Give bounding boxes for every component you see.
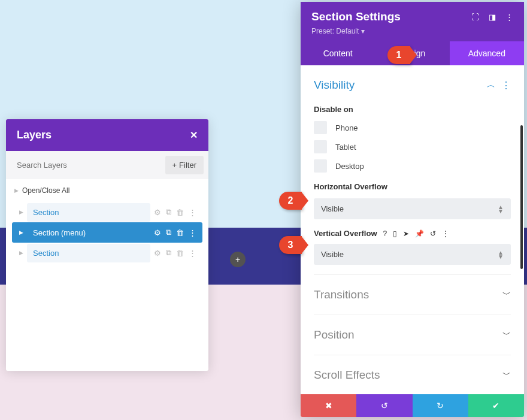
reset-icon[interactable]: ↺	[430, 229, 436, 238]
vertical-overflow-group: Vertical Overflow ? ▯ ➤ 📌 ↺ ⋮ Visible ▲▼	[314, 229, 511, 265]
layer-row[interactable]: ▶ Section ⚙ ⧉ 🗑 ⋮	[12, 243, 202, 263]
chevron-down-icon: ﹀	[502, 370, 511, 380]
trash-icon[interactable]: 🗑	[176, 228, 184, 237]
disable-tablet-row[interactable]: Tablet	[314, 140, 511, 153]
tablet-label: Tablet	[335, 143, 356, 152]
horizontal-overflow-group: Horizontal Overflow Visible ▲▼	[314, 182, 511, 219]
callout-1: 1	[387, 46, 410, 64]
settings-title: Section Settings	[311, 10, 401, 23]
duplicate-icon[interactable]: ⧉	[166, 207, 171, 217]
checkbox[interactable]	[314, 121, 327, 134]
layer-row[interactable]: ▶ Section (menu) ⚙ ⧉ 🗑 ⋮	[12, 222, 202, 243]
callout-3: 3	[279, 236, 302, 254]
dock-icon[interactable]: ◨	[489, 13, 496, 22]
preset-label: Preset: Default	[311, 27, 359, 35]
layers-panel: Layers ✕ + Filter ▶ Open/Close All ▶ Sec…	[6, 119, 208, 371]
tab-content[interactable]: Content	[301, 41, 375, 65]
more-icon[interactable]: ⋮	[189, 228, 196, 237]
redo-icon: ↻	[437, 401, 444, 410]
duplicate-icon[interactable]: ⧉	[166, 228, 171, 237]
layer-row[interactable]: ▶ Section ⚙ ⧉ 🗑 ⋮	[12, 202, 202, 222]
duplicate-icon[interactable]: ⧉	[166, 248, 171, 258]
redo-button[interactable]: ↻	[413, 394, 468, 417]
trash-icon[interactable]: 🗑	[176, 249, 184, 258]
select-arrows-icon: ▲▼	[498, 205, 504, 213]
disable-desktop-row[interactable]: Desktop	[314, 159, 511, 173]
horizontal-overflow-select[interactable]: Visible ▲▼	[314, 198, 511, 219]
vertical-overflow-select[interactable]: Visible ▲▼	[314, 244, 511, 265]
layer-actions: ⚙ ⧉ 🗑 ⋮	[154, 207, 196, 217]
trash-icon[interactable]: 🗑	[176, 208, 184, 217]
gear-icon[interactable]: ⚙	[154, 228, 161, 237]
more-icon[interactable]: ⋮	[501, 80, 511, 91]
more-icon[interactable]: ⋮	[189, 208, 196, 217]
close-icon[interactable]: ✕	[190, 129, 198, 141]
layers-header: Layers ✕	[6, 119, 208, 151]
undo-icon: ↺	[381, 401, 388, 410]
expand-icon[interactable]: ⛶	[471, 13, 479, 22]
transitions-title: Transitions	[314, 288, 369, 301]
close-icon: ✖	[325, 401, 332, 410]
add-section-button[interactable]: +	[230, 252, 246, 267]
discard-button[interactable]: ✖	[301, 394, 356, 417]
chevron-right-icon: ▶	[14, 188, 19, 194]
filter-button[interactable]: + Filter	[165, 156, 204, 174]
layer-actions: ⚙ ⧉ 🗑 ⋮	[154, 248, 196, 258]
tab-advanced[interactable]: Advanced	[450, 41, 524, 65]
checkbox[interactable]	[314, 140, 327, 153]
chevron-down-icon: ﹀	[502, 330, 511, 340]
settings-body: Visibility ︿ ⋮ Disable on Phone Tablet D…	[301, 65, 524, 394]
layers-title: Layers	[17, 129, 52, 141]
transitions-section-header[interactable]: Transitions ﹀	[314, 274, 511, 315]
scroll-effects-title: Scroll Effects	[314, 368, 380, 382]
scroll-effects-section-header[interactable]: Scroll Effects ﹀	[314, 355, 511, 394]
more-icon[interactable]: ⋮	[189, 249, 196, 258]
plus-icon: +	[172, 161, 177, 170]
chevron-up-icon: ︿	[487, 80, 495, 90]
layer-actions: ⚙ ⧉ 🗑 ⋮	[154, 228, 196, 237]
check-icon: ✔	[492, 401, 499, 410]
settings-footer: ✖ ↺ ↻ ✔	[301, 394, 524, 417]
layer-label: Section	[27, 244, 150, 262]
position-section-header[interactable]: Position ﹀	[314, 315, 511, 355]
phone-label: Phone	[335, 123, 358, 132]
disable-on-group: Disable on Phone Tablet Desktop	[314, 105, 511, 173]
visibility-section-header[interactable]: Visibility ︿ ⋮	[314, 65, 511, 105]
chevron-right-icon: ▶	[19, 250, 23, 256]
field-option-icons: ? ▯ ➤ 📌 ↺ ⋮	[383, 229, 450, 238]
pin-icon[interactable]: 📌	[415, 229, 424, 238]
visibility-title: Visibility	[314, 78, 355, 92]
select-value: Visible	[321, 250, 344, 259]
help-icon[interactable]: ?	[383, 229, 387, 238]
phone-icon[interactable]: ▯	[393, 229, 397, 238]
hover-icon[interactable]: ➤	[403, 229, 409, 238]
horizontal-overflow-label: Horizontal Overflow	[314, 182, 511, 191]
chevron-right-icon: ▶	[19, 229, 23, 235]
header-icons: ⛶ ◨ ⋮	[471, 13, 513, 22]
chevron-down-icon: ﹀	[502, 289, 511, 300]
disable-on-label: Disable on	[314, 105, 511, 114]
chevron-down-icon: ▾	[361, 27, 365, 35]
select-value: Visible	[321, 204, 344, 213]
select-arrows-icon: ▲▼	[498, 250, 504, 259]
layer-label: Section	[27, 203, 150, 222]
disable-phone-row[interactable]: Phone	[314, 121, 511, 134]
vertical-overflow-label: Vertical Overflow	[314, 229, 377, 238]
position-title: Position	[314, 328, 355, 342]
checkbox[interactable]	[314, 159, 327, 173]
layer-rows: ▶ Section ⚙ ⧉ 🗑 ⋮ ▶ Section (menu) ⚙ ⧉ 🗑…	[6, 202, 208, 371]
callout-2: 2	[279, 192, 302, 210]
gear-icon[interactable]: ⚙	[154, 249, 161, 258]
settings-header: Section Settings ⛶ ◨ ⋮ Preset: Default ▾	[301, 2, 524, 41]
save-button[interactable]: ✔	[468, 394, 524, 417]
preset-dropdown[interactable]: Preset: Default ▾	[311, 27, 513, 35]
more-icon[interactable]: ⋮	[505, 13, 513, 22]
scrollbar[interactable]	[520, 125, 523, 269]
gear-icon[interactable]: ⚙	[154, 208, 161, 217]
chevron-right-icon: ▶	[19, 209, 23, 215]
open-close-all[interactable]: ▶ Open/Close All	[6, 179, 208, 202]
layer-label: Section (menu)	[27, 223, 150, 242]
undo-button[interactable]: ↺	[356, 394, 412, 417]
more-icon[interactable]: ⋮	[442, 229, 449, 238]
search-input[interactable]	[11, 156, 165, 174]
